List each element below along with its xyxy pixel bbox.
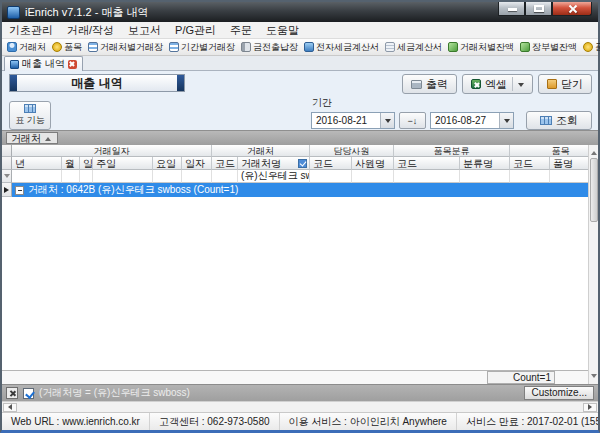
grid-empty-area[interactable]: [2, 197, 588, 370]
menu-item[interactable]: 보고서: [121, 22, 168, 39]
collapse-icon[interactable]: [15, 186, 24, 195]
column-header[interactable]: 품명: [550, 157, 588, 170]
excel-button[interactable]: 엑셀: [462, 74, 533, 94]
status-panel: 고객센터 : 062-973-0580: [150, 413, 280, 430]
grid-group-row: 거래일자거래처담당사원품목분류품목: [2, 145, 588, 157]
column-header[interactable]: 요일: [153, 157, 182, 170]
maximize-button[interactable]: [525, 2, 552, 16]
filter-cell[interactable]: [310, 170, 352, 183]
filter-cell[interactable]: [93, 170, 153, 183]
menu-item[interactable]: 주문: [223, 22, 259, 39]
toolbar-item[interactable]: 거래처별잔액: [445, 41, 517, 54]
menu-item[interactable]: 도움말: [259, 22, 306, 39]
column-header-label: 품명: [553, 157, 588, 170]
maximize-icon: [534, 5, 544, 12]
menu-item[interactable]: 거래/작성: [60, 22, 121, 39]
period-from-combo[interactable]: 2016-08-21: [311, 112, 395, 129]
scroll-right-button[interactable]: [583, 403, 597, 412]
grid-group-data-row[interactable]: 거래처 : 0642B (유)신우테크 swboss (Count=1): [2, 183, 588, 197]
scroll-down-icon[interactable]: [591, 374, 597, 381]
column-header[interactable]: 사원명: [352, 157, 394, 170]
filter-cell[interactable]: [182, 170, 212, 183]
filter-cell[interactable]: [460, 170, 510, 183]
column-group-header[interactable]: 거래처: [212, 145, 310, 157]
close-button[interactable]: [552, 2, 592, 16]
vertical-scrollbar[interactable]: [588, 145, 598, 384]
toolbar-item[interactable]: 기간별거래장: [166, 41, 238, 54]
horizontal-scrollbar[interactable]: [2, 401, 598, 412]
app-window: iEnrich v7.1.2 - 매출 내역 기초관리거래/작성보고서P/G관리…: [0, 0, 600, 433]
print-button[interactable]: 출력: [402, 74, 457, 94]
selected-group-row[interactable]: 거래처 : 0642B (유)신우테크 swboss (Count=1): [12, 183, 588, 197]
minimize-button[interactable]: [498, 2, 525, 16]
window-title: iEnrich v7.1.2 - 매출 내역: [25, 5, 148, 20]
search-button[interactable]: 조회: [526, 111, 592, 130]
column-group-header[interactable]: 담당사원: [310, 145, 394, 157]
column-header[interactable]: 분류명: [460, 157, 510, 170]
status-panel: 이용 서비스 : 아이인리치 Anywhere: [280, 413, 457, 430]
scroll-left-icon: [5, 404, 12, 410]
filter-cell[interactable]: [212, 170, 238, 183]
column-group-header[interactable]: 품목분류: [394, 145, 510, 157]
close-page-button[interactable]: 닫기: [538, 74, 592, 94]
column-header[interactable]: 거래처명: [238, 157, 310, 170]
vertical-scroll-thumb[interactable]: [590, 158, 598, 222]
toolbar-item[interactable]: 세금계산서: [382, 41, 445, 54]
chevron-down-icon[interactable]: [518, 83, 524, 90]
menu-item[interactable]: P/G관리: [168, 22, 223, 39]
column-header[interactable]: 코드: [310, 157, 352, 170]
column-header[interactable]: 일: [80, 157, 93, 170]
toolbar-item[interactable]: 품목별재고: [580, 41, 600, 54]
minimize-icon: [508, 8, 517, 11]
column-header[interactable]: 월: [62, 157, 80, 170]
column-header[interactable]: 코드: [510, 157, 550, 170]
column-header[interactable]: 년: [12, 157, 62, 170]
combo-arrow-button[interactable]: [380, 113, 394, 128]
column-group-header[interactable]: 거래일자: [12, 145, 212, 157]
toolbar-item[interactable]: 거래처별거래장: [85, 41, 166, 54]
title-bar[interactable]: iEnrich v7.1.2 - 매출 내역: [2, 2, 598, 22]
column-header[interactable]: 일자: [182, 157, 212, 170]
group-chip-customer[interactable]: 거래처: [6, 132, 58, 144]
period-range-button[interactable]: −↓: [399, 112, 426, 129]
toolbar-item[interactable]: 장부별잔액: [517, 41, 580, 54]
filter-cell[interactable]: [12, 170, 62, 183]
scroll-up-icon[interactable]: [591, 148, 597, 155]
toolbar-item[interactable]: 품목: [49, 41, 85, 54]
filter-checkbox[interactable]: [23, 388, 34, 399]
menu-item[interactable]: 기초관리: [2, 22, 60, 39]
column-header[interactable]: 코드: [212, 157, 238, 170]
grid-filter-row: (유)신우테크 swboss: [2, 170, 588, 183]
tab-sales-detail[interactable]: 매출 내역: [4, 56, 83, 71]
tab-close-icon[interactable]: [68, 60, 77, 69]
column-header-label: 월: [65, 157, 79, 170]
filter-cell[interactable]: [80, 170, 93, 183]
page-header: 매출 내역 출력 엑셀 닫기: [2, 71, 598, 130]
table-icon: [24, 104, 36, 113]
toolbar-item[interactable]: 금전출납장: [238, 41, 301, 54]
combo-arrow-button[interactable]: [499, 113, 513, 128]
grid-header-row: 년월일주일요일일자코드거래처명코드사원명코드분류명코드품명: [2, 157, 588, 170]
filter-cell[interactable]: (유)신우테크 swboss: [238, 170, 310, 183]
page-title: 매출 내역: [9, 74, 185, 92]
period-from-value: 2016-08-21: [312, 115, 380, 126]
filter-cell[interactable]: [62, 170, 80, 183]
filter-close-button[interactable]: [6, 387, 18, 399]
filter-cell[interactable]: [352, 170, 394, 183]
filter-cell[interactable]: [550, 170, 588, 183]
column-group-header[interactable]: 품목: [510, 145, 588, 157]
filter-cell[interactable]: [510, 170, 550, 183]
period-to-combo[interactable]: 2016-08-27: [430, 112, 514, 129]
toolbar-item[interactable]: 전자세금계산서: [301, 41, 382, 54]
column-header[interactable]: 주일: [93, 157, 153, 170]
invoice-icon: [385, 42, 395, 52]
coin-icon: [52, 42, 62, 52]
header-checkbox-icon[interactable]: [298, 159, 307, 168]
column-header[interactable]: 코드: [394, 157, 460, 170]
toolbar-item[interactable]: 거래처: [4, 41, 49, 54]
filter-cell[interactable]: [394, 170, 460, 183]
scroll-left-button[interactable]: [3, 403, 17, 412]
customize-button[interactable]: Customize...: [524, 386, 594, 400]
filter-cell[interactable]: [153, 170, 182, 183]
table-functions-button[interactable]: 표 기능: [9, 101, 51, 130]
